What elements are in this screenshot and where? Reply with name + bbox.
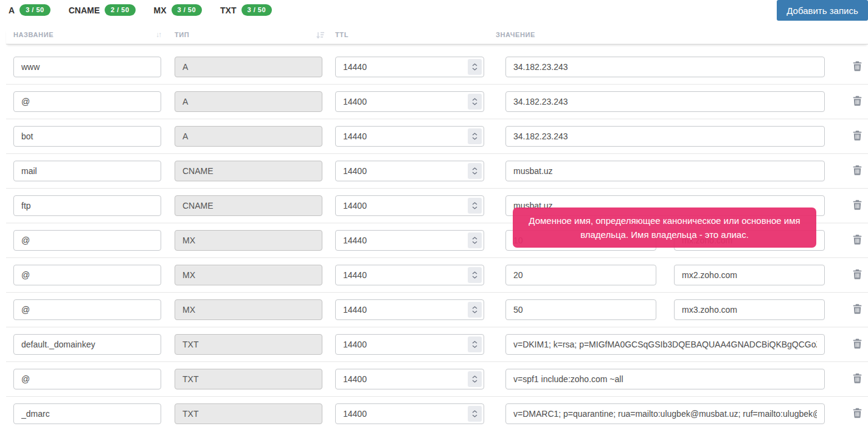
spinner-up-icon	[472, 306, 477, 309]
record-ttl-input[interactable]	[335, 57, 484, 77]
trash-icon	[853, 234, 862, 245]
record-ttl-input[interactable]	[335, 230, 484, 251]
record-value-input[interactable]	[505, 91, 825, 112]
delete-record-button[interactable]	[850, 94, 864, 110]
trash-icon	[853, 408, 862, 418]
record-ttl-input[interactable]	[335, 334, 484, 355]
trash-icon	[853, 61, 862, 71]
delete-record-button[interactable]	[850, 406, 864, 422]
record-type-input	[175, 230, 322, 251]
record-name-input[interactable]	[13, 299, 161, 320]
ttl-spinner[interactable]	[468, 337, 482, 352]
add-record-button[interactable]: Добавить запись	[777, 0, 868, 21]
record-type-input	[175, 334, 322, 355]
record-ttl-input[interactable]	[335, 403, 484, 424]
spinner-down-icon	[472, 137, 477, 140]
ttl-spinner[interactable]	[468, 163, 482, 179]
spinner-up-icon	[472, 133, 477, 136]
record-name-input[interactable]	[13, 126, 161, 147]
spinner-up-icon	[472, 167, 477, 170]
record-value-input[interactable]	[505, 403, 825, 424]
spinner-down-icon	[472, 172, 477, 175]
record-type-label: A	[9, 5, 15, 15]
record-host-input[interactable]	[674, 265, 825, 285]
dns-record-row	[6, 119, 868, 154]
record-name-input[interactable]	[13, 195, 161, 216]
column-header-type[interactable]: ТИП	[175, 31, 189, 38]
spinner-down-icon	[472, 414, 477, 417]
record-name-input[interactable]	[13, 334, 161, 355]
record-name-input[interactable]	[13, 369, 161, 389]
dns-record-row	[6, 85, 868, 119]
delete-record-button[interactable]	[850, 232, 864, 248]
delete-record-button[interactable]	[850, 128, 864, 144]
column-header-ttl: TTL	[335, 31, 349, 38]
delete-record-button[interactable]	[850, 267, 864, 283]
record-type-input	[175, 403, 322, 424]
delete-record-button[interactable]	[850, 163, 864, 179]
ttl-spinner[interactable]	[468, 198, 482, 214]
delete-record-button[interactable]	[850, 337, 864, 352]
record-ttl-input[interactable]	[335, 91, 484, 112]
record-ttl-input[interactable]	[335, 265, 484, 285]
ttl-spinner[interactable]	[468, 128, 482, 144]
sort-icon-type[interactable]	[316, 32, 324, 41]
record-type-input	[175, 265, 322, 285]
ttl-spinner[interactable]	[468, 267, 482, 283]
record-ttl-input[interactable]	[335, 299, 484, 320]
record-name-input[interactable]	[13, 91, 161, 112]
record-name-input[interactable]	[13, 161, 161, 181]
spinner-up-icon	[472, 202, 477, 205]
record-count-badge: 3 / 50	[241, 4, 273, 16]
record-counter: TXT 3 / 50	[220, 4, 272, 16]
record-count-badge: 3 / 50	[19, 4, 50, 16]
dns-record-row	[6, 327, 868, 362]
record-type-input	[175, 126, 322, 147]
trash-icon	[853, 269, 862, 279]
field-help-tooltip: Доменное имя, определяющее каноническое …	[513, 208, 816, 248]
record-value-input[interactable]	[505, 161, 825, 181]
record-ttl-input[interactable]	[335, 195, 484, 216]
record-value-input[interactable]	[505, 369, 825, 389]
record-ttl-input[interactable]	[335, 369, 484, 389]
record-counter: MX 3 / 50	[154, 4, 203, 16]
spinner-up-icon	[472, 410, 477, 413]
spinner-up-icon	[472, 341, 477, 344]
record-name-input[interactable]	[13, 230, 161, 251]
record-name-input[interactable]	[13, 57, 161, 77]
ttl-spinner[interactable]	[468, 232, 482, 248]
trash-icon	[853, 165, 862, 175]
dns-record-row	[6, 362, 868, 397]
trash-icon	[853, 200, 862, 210]
record-priority-input[interactable]	[505, 265, 656, 285]
record-value-input[interactable]	[505, 126, 825, 147]
record-ttl-input[interactable]	[335, 161, 484, 181]
record-value-input[interactable]	[505, 57, 825, 77]
record-host-input[interactable]	[674, 299, 825, 320]
sort-icon-name[interactable]: ↓↑	[156, 30, 161, 39]
ttl-spinner[interactable]	[468, 94, 482, 110]
record-type-label: CNAME	[69, 5, 100, 15]
record-type-input	[175, 57, 322, 77]
spinner-down-icon	[472, 310, 477, 313]
delete-record-button[interactable]	[850, 302, 864, 318]
record-name-input[interactable]	[13, 403, 161, 424]
delete-record-button[interactable]	[850, 371, 864, 387]
record-counter: A 3 / 50	[9, 4, 50, 16]
spinner-up-icon	[472, 98, 477, 101]
ttl-spinner[interactable]	[468, 302, 482, 318]
trash-icon	[853, 96, 862, 106]
spinner-up-icon	[472, 271, 477, 274]
delete-record-button[interactable]	[850, 59, 864, 75]
ttl-spinner[interactable]	[468, 59, 482, 75]
ttl-spinner[interactable]	[468, 371, 482, 387]
record-ttl-input[interactable]	[335, 126, 484, 147]
trash-icon	[853, 304, 862, 314]
column-header-name[interactable]: НАЗВАНИЕ	[13, 31, 54, 38]
ttl-spinner[interactable]	[468, 406, 482, 422]
dns-record-row	[6, 397, 868, 429]
record-value-input[interactable]	[505, 334, 825, 355]
record-priority-input[interactable]	[505, 299, 656, 320]
record-name-input[interactable]	[13, 265, 161, 285]
delete-record-button[interactable]	[850, 198, 864, 214]
